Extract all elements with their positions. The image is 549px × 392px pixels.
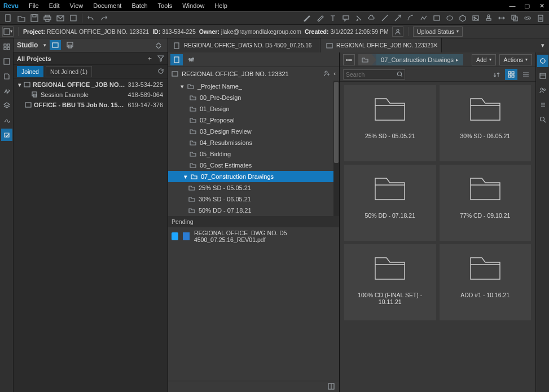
- folder-row[interactable]: 25% SD - 05.05.21: [168, 182, 339, 193]
- redo-button[interactable]: [98, 12, 110, 24]
- folder-card[interactable]: ADD #1 - 10.16.21: [440, 244, 532, 320]
- menu-window[interactable]: Window: [182, 2, 204, 9]
- list-view-button[interactable]: [520, 69, 532, 80]
- project-row[interactable]: ▾ REGIONAL OFFICE _JOB NO. 123321 313-53…: [14, 80, 168, 90]
- add-project-button[interactable]: ＋: [147, 54, 153, 63]
- add-button[interactable]: Add▾: [472, 54, 496, 65]
- filter-button[interactable]: [157, 55, 164, 63]
- open-button[interactable]: [15, 12, 28, 24]
- folder-card[interactable]: 30% SD - 06.05.21: [440, 85, 532, 161]
- menu-edit[interactable]: Edit: [49, 2, 60, 9]
- panel-search[interactable]: [537, 113, 548, 126]
- folder-row-selected[interactable]: ▾07_Construction Drawings: [168, 171, 339, 182]
- menu-file[interactable]: File: [29, 2, 39, 9]
- panel-file[interactable]: [1, 70, 12, 82]
- tool-group[interactable]: [508, 12, 521, 24]
- folder-row[interactable]: 03_Design Review: [168, 126, 339, 137]
- tab-close-button[interactable]: ✕: [433, 42, 438, 49]
- folder-row[interactable]: 06_Cost Estimates: [168, 160, 339, 171]
- folder-card[interactable]: 100% CD (FINAL SET) - 10.11.21: [344, 244, 436, 320]
- panel-thumbs[interactable]: [1, 41, 12, 53]
- scrollbar[interactable]: [333, 81, 339, 216]
- projects-mode[interactable]: [50, 40, 61, 50]
- folder-card[interactable]: 25% SD - 05.05.21: [344, 85, 436, 161]
- sessions-mode[interactable]: [64, 40, 76, 50]
- tool-marker[interactable]: [314, 12, 326, 24]
- panel-bookmarks[interactable]: [1, 55, 12, 68]
- mail-button[interactable]: [54, 12, 67, 24]
- panel-calendar[interactable]: [537, 69, 548, 82]
- person-add-icon[interactable]: [323, 70, 330, 78]
- explorer-view-button[interactable]: [170, 54, 183, 65]
- folder-row[interactable]: 02_Proposal: [168, 114, 339, 126]
- save-button[interactable]: [28, 12, 41, 24]
- pending-file-row[interactable]: REGIONAL OFFICE_DWG NO. D5 4500_07.25.16…: [168, 227, 339, 245]
- breadcrumb-current[interactable]: 07_Construction Drawings▸: [376, 54, 463, 65]
- menu-batch[interactable]: Batch: [131, 2, 147, 9]
- maximize-icon[interactable]: ▢: [523, 2, 531, 10]
- minimize-icon[interactable]: ―: [508, 2, 516, 9]
- folder-row[interactable]: 04_Resubmissions: [168, 137, 339, 148]
- expand-icon[interactable]: [153, 40, 164, 50]
- breadcrumb-root[interactable]: [358, 54, 372, 65]
- tool-ellipse[interactable]: [443, 12, 456, 24]
- project-menu-button[interactable]: ▾: [2, 27, 14, 37]
- tool-line[interactable]: [379, 12, 391, 24]
- undo-button[interactable]: [85, 12, 97, 24]
- tool-cloud[interactable]: [366, 12, 378, 24]
- panel-layers[interactable]: [1, 99, 12, 112]
- tool-stamp[interactable]: [482, 12, 495, 24]
- tab-overflow-button[interactable]: ▾: [541, 42, 544, 49]
- menu-view[interactable]: View: [70, 2, 84, 9]
- sort-button[interactable]: [490, 69, 503, 80]
- tool-text[interactable]: [327, 12, 339, 24]
- tool-pen[interactable]: [301, 12, 313, 24]
- refresh-button[interactable]: [157, 69, 164, 76]
- document-tab[interactable]: REGIONAL OFFICE_DWG NO. D5 4500_07.25.16: [168, 38, 320, 52]
- panel-people[interactable]: [537, 84, 548, 96]
- session-row[interactable]: Session Example 418-589-064: [14, 90, 168, 100]
- actions-button[interactable]: Actions▾: [499, 54, 532, 65]
- tool-link[interactable]: [521, 12, 534, 24]
- menu-help[interactable]: Help: [214, 2, 227, 9]
- search-input[interactable]: [346, 71, 394, 78]
- tool-dimension[interactable]: [495, 12, 508, 24]
- panel-properties[interactable]: [537, 55, 548, 67]
- tool-polyline[interactable]: [418, 12, 430, 24]
- folder-row[interactable]: 50% DD - 07.18.21: [168, 205, 339, 216]
- menu-tools[interactable]: Tools: [158, 2, 173, 9]
- tab-not-joined[interactable]: Not Joined (1): [46, 66, 92, 77]
- chevron-left-icon[interactable]: ‹: [333, 70, 336, 78]
- upload-status-button[interactable]: Upload Status▾: [413, 27, 463, 37]
- grid-view-button[interactable]: [505, 69, 517, 80]
- new-button[interactable]: [2, 12, 15, 24]
- doc-button[interactable]: [67, 12, 80, 24]
- folder-row[interactable]: 01_Design: [168, 103, 339, 114]
- panel-studio[interactable]: [1, 129, 12, 141]
- folder-row[interactable]: 30% SD - 06.05.21: [168, 193, 339, 205]
- panel-signatures[interactable]: [1, 114, 12, 126]
- studio-dropdown[interactable]: ▾: [43, 42, 46, 48]
- panel-list[interactable]: [537, 99, 548, 111]
- tab-joined[interactable]: Joined: [17, 66, 43, 77]
- tool-note[interactable]: [340, 12, 352, 24]
- tool-calc[interactable]: [534, 12, 547, 24]
- tool-arc[interactable]: [405, 12, 417, 24]
- panel-markups[interactable]: [1, 85, 12, 97]
- close-icon[interactable]: ✕: [538, 2, 546, 10]
- tool-arrow[interactable]: [392, 12, 404, 24]
- search-field[interactable]: [343, 69, 405, 80]
- document-tab[interactable]: REGIONAL OFFICE_JOB NO. 123321 ✕: [320, 38, 442, 52]
- folder-row[interactable]: 05_Bidding: [168, 148, 339, 160]
- tool-image[interactable]: [469, 12, 482, 24]
- folder-row[interactable]: ▾_Project Name_: [168, 81, 339, 92]
- person-button[interactable]: [392, 27, 403, 37]
- tool-rect[interactable]: [431, 12, 443, 24]
- tool-polygon[interactable]: [456, 12, 469, 24]
- print-button[interactable]: [41, 12, 54, 24]
- config-button[interactable]: [185, 54, 197, 65]
- breadcrumb-root-button[interactable]: •••: [343, 54, 355, 65]
- panel-expand-icon[interactable]: [328, 383, 339, 391]
- folder-card[interactable]: 50% DD - 07.18.21: [344, 165, 436, 241]
- folder-row[interactable]: 00_Pre-Design: [168, 92, 339, 103]
